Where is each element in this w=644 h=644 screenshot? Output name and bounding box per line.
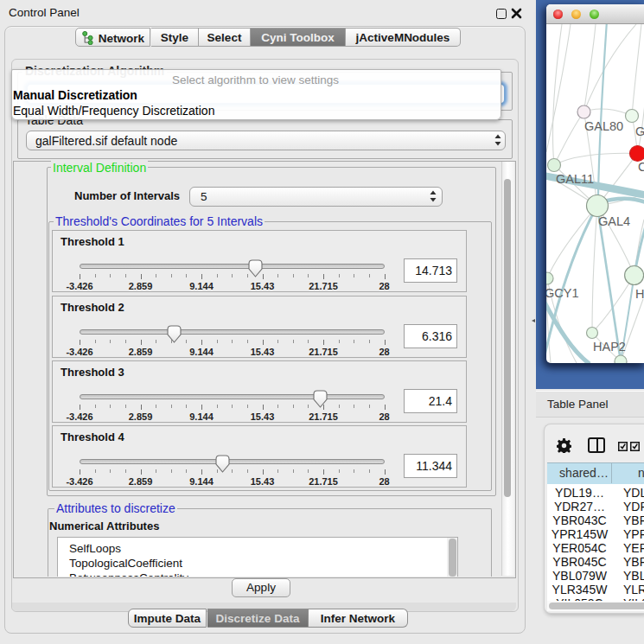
svg-text:GAL80: GAL80 xyxy=(584,119,623,133)
svg-text:GCY1: GCY1 xyxy=(546,286,579,300)
svg-text:GAL4: GAL4 xyxy=(598,214,630,228)
svg-text:H: H xyxy=(635,287,644,301)
svg-text:HAP2: HAP2 xyxy=(593,340,626,354)
svg-text:G…: G… xyxy=(635,124,644,138)
svg-text:GAL11: GAL11 xyxy=(556,172,594,186)
svg-text:C…: C… xyxy=(638,160,644,174)
